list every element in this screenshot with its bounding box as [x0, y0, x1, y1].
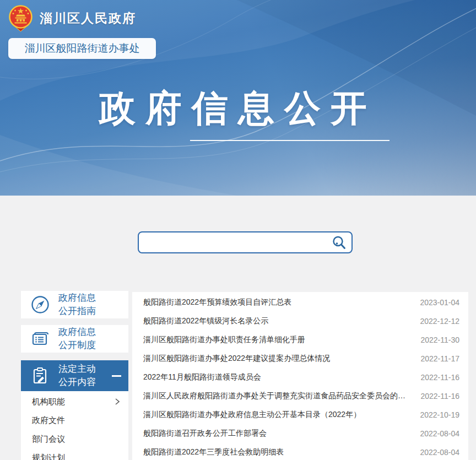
sidebar: 政府信息 公开指南 政府信息 公开制度 — [21, 291, 128, 460]
article-date: 2022-11-17 — [420, 354, 459, 363]
compass-icon — [30, 295, 50, 315]
article-list: 般阳路街道2022年预算绩效项目自评汇总表 2023-01-04 般阳路街道20… — [132, 292, 468, 460]
sidebar-item-open-system[interactable]: 政府信息 公开制度 — [21, 325, 128, 353]
office-button-label: 淄川区般阳路街道办事处 — [25, 41, 140, 56]
list-item[interactable]: 般阳路街道召开政务公开工作部署会 2022-08-04 — [132, 424, 468, 443]
search-icon — [331, 235, 347, 250]
sidebar-item-label: 政府信息 公开制度 — [58, 326, 96, 352]
sidebar-item-statutory-disclosure[interactable]: 法定主动 公开内容 — [21, 360, 128, 391]
article-title: 淄川区般阳路街道办事处职责任务清单细化手册 — [143, 335, 305, 345]
submenu-item-gov-documents[interactable]: 政府文件 — [21, 411, 128, 430]
list-item[interactable]: 淄川区般阳路街道办事处2022年建议提案办理总体情况 2022-11-17 — [132, 349, 468, 368]
list-item[interactable]: 淄川区人民政府般阳路街道办事处关于调整充实街道食品药品安全委员会的通知 2022… — [132, 387, 468, 405]
list-item[interactable]: 般阳路街道2022年三季度社会救助明细表 2022-08-04 — [132, 443, 468, 460]
sidebar-gap — [21, 318, 128, 325]
search-input[interactable] — [139, 232, 326, 252]
article-date: 2022-08-04 — [420, 429, 459, 438]
title-underline — [190, 140, 390, 141]
article-title: 般阳路街道召开政务公开工作部署会 — [143, 429, 267, 439]
sidebar-gap — [21, 353, 128, 360]
collapse-minus-icon[interactable] — [112, 375, 121, 377]
article-date: 2022-11-16 — [420, 392, 459, 401]
clipboard-pen-icon — [30, 366, 50, 386]
list-item[interactable]: 般阳路街道2022年镇级河长名录公示 2022-12-12 — [132, 312, 468, 331]
article-date: 2022-10-19 — [420, 410, 459, 419]
submenu-item-org-functions[interactable]: 机构职能 — [21, 392, 128, 411]
list-item[interactable]: 淄川区般阳路街道办事处职责任务清单细化手册 2022-11-30 — [132, 331, 468, 349]
list-item[interactable]: 2022年11月般阳路街道领导成员会 2022-11-16 — [132, 368, 468, 387]
article-title: 般阳路街道2022年三季度社会救助明细表 — [143, 447, 284, 457]
article-title: 淄川区人民政府般阳路街道办事处关于调整充实街道食品药品安全委员会的通知 — [143, 391, 413, 401]
article-date: 2022-12-12 — [420, 317, 459, 326]
sidebar-item-open-guide[interactable]: 政府信息 公开指南 — [21, 291, 128, 318]
sidebar-item-label: 政府信息 公开指南 — [58, 291, 96, 318]
site-logo: 淄川区人民政府 — [8, 4, 136, 32]
article-title: 淄川区般阳路街道办事处2022年建议提案办理总体情况 — [143, 354, 330, 364]
article-title: 淄川区般阳路街道办事处政府信息主动公开基本目录（2022年） — [143, 410, 361, 420]
hero-banner: 淄川区人民政府 淄川区般阳路街道办事处 政府信息公开 — [0, 0, 476, 196]
sidebar-item-label: 法定主动 公开内容 — [58, 362, 96, 389]
book-icon — [30, 329, 50, 349]
article-title: 般阳路街道2022年镇级河长名录公示 — [143, 316, 268, 326]
search-bar — [138, 231, 353, 253]
article-date: 2022-11-16 — [420, 373, 459, 382]
search-button[interactable] — [326, 232, 351, 252]
submenu-item-dept-meetings[interactable]: 部门会议 — [21, 430, 128, 448]
site-name: 淄川区人民政府 — [40, 10, 136, 27]
page-title: 政府信息公开 — [0, 84, 476, 133]
article-date: 2022-08-04 — [420, 448, 459, 457]
list-item[interactable]: 淄川区般阳路街道办事处政府信息主动公开基本目录（2022年） 2022-10-1… — [132, 405, 468, 424]
submenu-item-planning[interactable]: 规划计划 — [21, 448, 128, 460]
article-title: 般阳路街道2022年预算绩效项目自评汇总表 — [143, 297, 291, 307]
office-button[interactable]: 淄川区般阳路街道办事处 — [8, 38, 156, 59]
article-date: 2023-01-04 — [420, 298, 459, 307]
national-emblem-icon — [8, 4, 34, 32]
article-date: 2022-11-30 — [420, 335, 459, 344]
page-root: 淄川区人民政府 淄川区般阳路街道办事处 政府信息公开 政府信 — [0, 0, 476, 460]
chevron-right-icon — [115, 397, 120, 406]
article-title: 2022年11月般阳路街道领导成员会 — [143, 372, 261, 382]
list-item[interactable]: 般阳路街道2022年预算绩效项目自评汇总表 2023-01-04 — [132, 293, 468, 312]
sidebar-submenu: 机构职能 政府文件 部门会议 规划计划 — [21, 391, 128, 460]
